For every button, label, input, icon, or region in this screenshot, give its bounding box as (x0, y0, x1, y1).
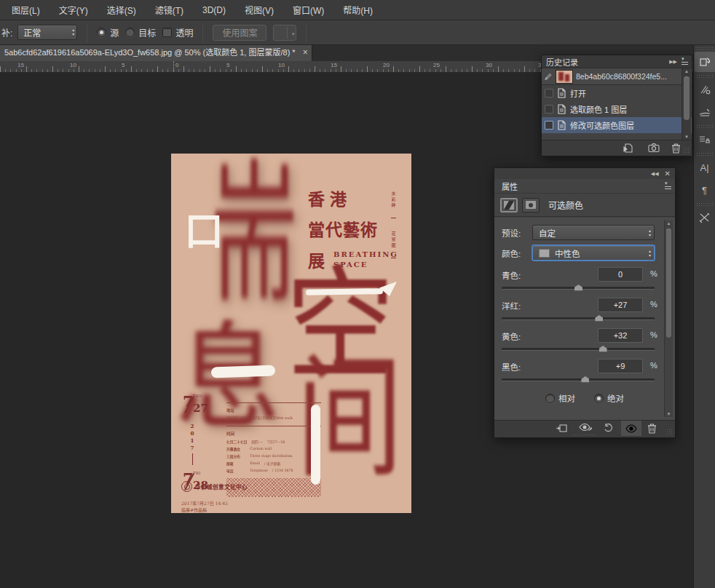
panel-resize-grip[interactable] (683, 147, 690, 154)
target-radio-label: 目标 (138, 26, 156, 39)
history-step-modify-selective-color[interactable]: 修改可选颜色图层 (542, 117, 692, 133)
new-snapshot-camera-icon[interactable] (648, 143, 660, 153)
history-panel-icon[interactable] (695, 52, 715, 72)
scroll-up-icon[interactable]: ▲ (682, 69, 691, 74)
black-value-input[interactable]: +9 (598, 359, 643, 373)
updown-arrows-icon: ▴▾ (649, 249, 651, 258)
menu-item-help[interactable]: 帮助(H) (340, 1, 376, 18)
black-slider-track[interactable] (502, 378, 655, 381)
magenta-value-input[interactable]: +27 (598, 298, 643, 312)
history-scrollbar[interactable]: ▲ ▼ (682, 68, 691, 140)
history-step-selective-color[interactable]: 选取颜色 1 图层 (542, 101, 692, 117)
photoshop-window: 图层(L) 文字(Y) 选择(S) 滤镜(T) 3D(D) 视图(V) 窗口(W… (0, 0, 715, 588)
yellow-value-input[interactable]: +32 (598, 328, 643, 343)
dock-grip[interactable] (696, 202, 713, 206)
updown-arrows-icon: ▴▾ (72, 28, 74, 36)
transparent-checkbox[interactable] (162, 28, 172, 37)
scroll-down-icon[interactable]: ▼ (682, 135, 691, 139)
menu-item-view[interactable]: 视图(V) (242, 1, 277, 18)
brush-presets-panel-icon[interactable] (695, 79, 715, 100)
ruler-number: 5 (122, 62, 125, 68)
layer-mask-icon[interactable] (522, 198, 540, 212)
transparent-checkbox-group[interactable]: 透明 (162, 26, 193, 39)
cyan-slider-track[interactable] (502, 287, 655, 290)
panel-menu-icon[interactable]: ▾ (682, 58, 688, 65)
tool-presets-panel-icon[interactable] (695, 207, 715, 228)
close-panel-icon[interactable]: ✕ (665, 170, 671, 178)
menu-item-layer[interactable]: 图层(L) (9, 1, 43, 18)
panel-resize-grip[interactable] (572, 434, 597, 437)
collapse-panel-icon[interactable]: ▶▶ (669, 59, 677, 65)
dock-grip[interactable] (696, 74, 713, 78)
history-step-open[interactable]: 打开 (542, 85, 692, 101)
magenta-slider-track[interactable] (502, 317, 655, 320)
dock-grip[interactable] (696, 124, 713, 128)
properties-panel: ◀◀ ✕ 属性 ▾ 可选颜色 预设: 自定 ▴▾ 颜色: 中性色 ▴▾ (494, 167, 676, 438)
collapse-panel-icon[interactable]: ◀◀ (651, 171, 659, 177)
history-panel-header[interactable]: 历史记录 ▶▶ ▾ (542, 55, 692, 68)
history-source-checkbox[interactable] (545, 121, 553, 130)
separator (87, 23, 87, 42)
menu-item-window[interactable]: 窗口(W) (290, 1, 327, 18)
blend-mode-dropdown[interactable]: 正常 ▴▾ (17, 25, 77, 40)
menu-item-3d[interactable]: 3D(D) (200, 3, 229, 17)
date-1: 7 THU27 (183, 392, 216, 418)
cyan-value-input[interactable]: 0 (598, 267, 643, 282)
dock-grip[interactable] (696, 47, 713, 50)
history-step-label: 选取颜色 1 图层 (570, 103, 627, 115)
preset-row: 预设: 自定 ▴▾ (494, 225, 675, 240)
history-step-label: 修改可选颜色图层 (570, 119, 634, 131)
document-tab[interactable]: 5ab6cfd62af619616a5069a-ELyd3O_fw658.jpg… (0, 45, 312, 61)
menu-item-filter[interactable]: 滤镜(T) (152, 1, 186, 18)
relative-radio[interactable] (545, 394, 555, 403)
character-panel-icon[interactable]: A| (695, 157, 715, 178)
pattern-picker-dropdown[interactable]: ▾ (273, 25, 296, 41)
clone-source-panel-icon[interactable] (695, 130, 715, 150)
scrollbar-thumb[interactable] (684, 76, 690, 120)
scrollbar-thumb[interactable] (666, 229, 671, 338)
delete-state-trash-icon[interactable] (671, 143, 681, 154)
history-brush-source-icon[interactable]: 🖉 (544, 73, 553, 81)
absolute-radio[interactable] (594, 394, 604, 403)
source-radio-group[interactable]: 源 (97, 26, 119, 39)
scroll-up-icon[interactable]: ▲ (665, 221, 673, 226)
relative-radio-group[interactable]: 相对 (545, 392, 575, 404)
color-dropdown[interactable]: 中性色 ▴▾ (532, 245, 655, 261)
black-slider-row: 黑色: +9 % (494, 359, 675, 374)
target-radio-group[interactable]: 目标 (125, 26, 156, 39)
new-document-from-state-icon[interactable] (623, 143, 634, 154)
delete-adjustment-trash-icon[interactable] (647, 423, 657, 434)
source-radio[interactable] (97, 28, 106, 37)
properties-scrollbar[interactable]: ▲ ▼ (664, 220, 673, 417)
panel-icon-dock: A| ¶ (693, 45, 715, 588)
use-pattern-button[interactable]: 使用图案 (213, 25, 266, 41)
logo-icon (181, 481, 192, 492)
preset-dropdown[interactable]: 自定 ▴▾ (532, 225, 655, 240)
ruler-number: 0 (175, 62, 178, 68)
dropdown-arrow-icon: ▾ (292, 31, 295, 37)
history-source-checkbox[interactable] (545, 105, 553, 114)
visibility-eye-icon (625, 424, 637, 433)
view-previous-state-eye-icon[interactable] (579, 423, 592, 433)
paragraph-panel-icon[interactable]: ¶ (695, 180, 715, 200)
separator (306, 23, 307, 42)
poster-document[interactable]: 口 耑 息 空 间 香港 當代藝術 展 BREATHINGSPACE 水彩畔 (171, 154, 411, 513)
history-snapshot-row[interactable]: 🖉 8eb4ab60c86800f324fe5... (542, 68, 692, 85)
history-source-checkbox[interactable] (545, 89, 553, 98)
absolute-radio-group[interactable]: 绝对 (594, 392, 624, 404)
panel-resize-grip[interactable] (666, 429, 673, 436)
dock-grip[interactable] (696, 152, 713, 156)
menu-item-type[interactable]: 文字(Y) (56, 1, 91, 18)
selective-color-adjustment-icon[interactable] (500, 198, 518, 212)
tab-close-button[interactable]: × (303, 45, 308, 60)
properties-tab[interactable]: 属性 (494, 180, 525, 192)
menu-item-select[interactable]: 选择(S) (104, 1, 139, 18)
brush-panel-icon[interactable] (695, 102, 715, 122)
clip-to-layer-icon[interactable] (556, 423, 567, 433)
yellow-slider-track[interactable] (502, 348, 655, 351)
reset-adjustment-icon[interactable] (604, 423, 614, 433)
toggle-visibility-cell[interactable] (621, 421, 641, 436)
scroll-down-icon[interactable]: ▼ (665, 412, 673, 416)
target-radio[interactable] (125, 28, 135, 37)
panel-menu-icon[interactable]: ▾ (665, 183, 671, 189)
